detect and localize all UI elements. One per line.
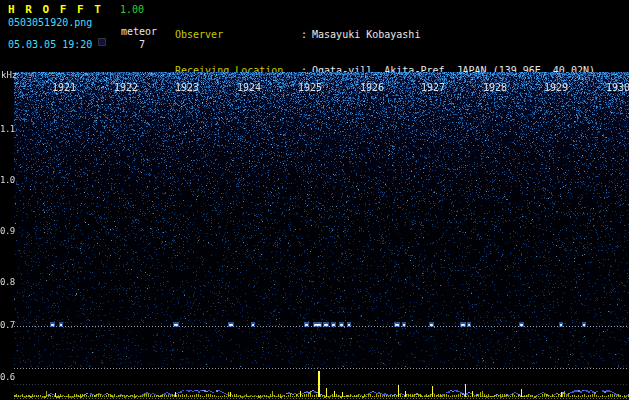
freq-label: 0.9 <box>0 226 15 236</box>
amplitude-strip-canvas <box>14 368 629 400</box>
time-label: 1926 <box>360 82 384 93</box>
freq-label: 0.6 <box>0 372 15 382</box>
time-label: 1922 <box>114 82 138 93</box>
freq-label: 0.7 <box>0 320 15 330</box>
time-label: 1924 <box>237 82 261 93</box>
info-separator: : <box>301 29 307 40</box>
time-label: 1930 <box>606 82 629 93</box>
time-label: 1925 <box>298 82 322 93</box>
info-row-observer: Observer:Masayuki Kobayashi <box>175 29 595 41</box>
app-title: H R O F F T <box>8 3 103 16</box>
info-label: Observer <box>175 29 301 41</box>
meteor-count: 7 <box>139 39 145 50</box>
spectrogram-canvas <box>14 72 629 368</box>
time-label: 1928 <box>483 82 507 93</box>
hrofft-screen: H R O F F T 1.00 0503051920.png meteor 0… <box>0 0 629 400</box>
mode-label: meteor <box>121 26 157 37</box>
time-label: 1923 <box>175 82 199 93</box>
session-datetime: 05.03.05 19:20 <box>8 39 92 50</box>
info-value: Masayuki Kobayashi <box>312 29 420 40</box>
freq-label: 1.1 <box>0 124 15 134</box>
time-label: 1921 <box>52 82 76 93</box>
output-filename: 0503051920.png <box>8 17 92 28</box>
time-label: 1927 <box>421 82 445 93</box>
time-label: 1929 <box>544 82 568 93</box>
app-version: 1.00 <box>120 4 144 15</box>
freq-label: 1.0 <box>0 175 15 185</box>
freq-label: 0.8 <box>0 277 15 287</box>
legend-swatch <box>98 38 106 46</box>
freq-axis-unit: kHz <box>1 70 17 80</box>
